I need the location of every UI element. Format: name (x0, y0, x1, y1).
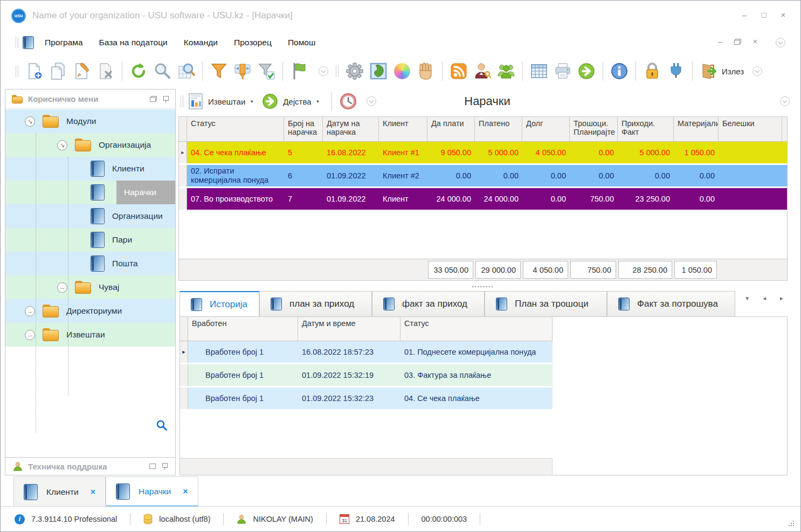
menu-help[interactable]: Помош (284, 34, 320, 51)
sidebar-pin-button[interactable] (162, 95, 169, 103)
window-tab-narachki[interactable]: Нарачки × (106, 476, 198, 507)
column-header[interactable]: Материјали (674, 117, 719, 141)
filter-icon[interactable] (208, 60, 230, 82)
map-icon[interactable] (368, 60, 389, 82)
tree-node-narachki[interactable]: Нарачки (5, 181, 175, 204)
color-scheme-icon[interactable] (391, 60, 413, 82)
column-header[interactable]: Статус (187, 117, 284, 141)
support-maximize-button[interactable] (149, 464, 156, 469)
refresh-icon[interactable] (128, 60, 149, 82)
go-next-icon[interactable] (576, 60, 597, 82)
header-options-button[interactable] (780, 96, 790, 106)
resize-grip-icon[interactable] (788, 520, 795, 527)
horizontal-splitter[interactable]: •••••••• (178, 282, 788, 291)
close-tab-icon[interactable]: × (183, 487, 188, 496)
flag-icon[interactable] (288, 60, 310, 82)
scheduler-clock-icon[interactable] (337, 91, 359, 112)
menu-window[interactable]: Прозорец (230, 34, 276, 51)
column-header[interactable]: Трошоци. Планирајте (570, 117, 618, 141)
menubar-drag-handle[interactable] (16, 37, 18, 49)
tree-node-organizacija[interactable]: ↘ Организација (5, 133, 175, 157)
order-row[interactable]: 07. Во производството 7 01.09.2022 Клиен… (179, 188, 787, 211)
column-header[interactable]: Платено (475, 117, 522, 141)
tree-node-poshta[interactable]: Пошта (5, 252, 175, 275)
filter-apply-icon[interactable] (256, 60, 277, 82)
expand-node-icon[interactable]: → (57, 282, 67, 293)
history-row[interactable]: Вработен број 1 01.09.2022 15:32:23 04. … (180, 388, 553, 411)
reports-dropdown-button[interactable]: Извештаи ▼ (188, 93, 254, 110)
tree-node-chuvaj[interactable]: → Чувај (5, 275, 175, 299)
info-icon[interactable] (609, 60, 630, 82)
tab-consumption-fact[interactable]: Факт за потрошува (607, 291, 735, 316)
tree-node-direktoriumi[interactable]: → Директориуми (5, 299, 175, 323)
tree-node-izveshtai[interactable]: → Извештаи (5, 323, 175, 347)
order-row[interactable]: ► 04. Се чека плаќање 5 16.08.2022 Клиен… (179, 142, 787, 165)
mdi-close-button[interactable]: × (753, 37, 757, 46)
users-group-icon[interactable] (495, 60, 517, 82)
menu-database[interactable]: База на податоци (95, 34, 172, 51)
expand-node-icon[interactable]: → (25, 306, 35, 316)
tab-list-dropdown-button[interactable]: ▼ (744, 295, 750, 301)
tree-search-icon[interactable] (156, 419, 168, 433)
tab-scroll-right-button[interactable]: ► (779, 295, 784, 301)
copy-record-icon[interactable] (47, 60, 69, 82)
tree-node-klienti[interactable]: Клиенти (5, 157, 175, 181)
support-panel[interactable]: Техничка поддршка (5, 457, 175, 475)
menu-commands[interactable]: Команди (179, 34, 222, 51)
column-header[interactable]: Статус (400, 317, 553, 341)
column-header[interactable]: Датум и време (298, 317, 400, 341)
close-tab-icon[interactable]: × (91, 487, 95, 497)
plugin-icon[interactable] (665, 60, 687, 82)
column-header[interactable]: Да плати (427, 117, 475, 141)
column-header[interactable]: Долг (522, 117, 570, 141)
delete-record-icon[interactable] (95, 60, 116, 82)
tree-node-pari[interactable]: Пари (5, 228, 175, 252)
column-header[interactable]: Број на нарачка (284, 117, 323, 141)
column-header[interactable]: Приходи. Факт (618, 117, 674, 141)
tab-income-plan[interactable]: план за приход (259, 291, 372, 316)
tree-node-moduli[interactable]: ↘ Модули (5, 109, 175, 133)
tab-scroll-left-button[interactable]: ◄ (762, 295, 767, 301)
edit-record-icon[interactable] (71, 60, 93, 82)
toolbar2-overflow-button[interactable] (752, 66, 762, 76)
lock-icon[interactable] (641, 60, 663, 82)
history-row[interactable]: ► Вработен број 1 16.08.2022 18:57:23 01… (180, 341, 553, 364)
hand-icon[interactable] (415, 60, 437, 82)
print-icon[interactable] (552, 60, 574, 82)
column-header[interactable]: Клиент (379, 117, 427, 141)
sidebar-float-button[interactable] (150, 96, 157, 102)
tab-history[interactable]: Историја (179, 291, 259, 316)
window-tab-klienti[interactable]: Клиенти × (13, 476, 106, 507)
actions-dropdown-button[interactable]: Дејства ▼ (261, 93, 320, 110)
history-row[interactable]: Вработен број 1 01.09.2022 15:32:19 03. … (180, 364, 553, 388)
menubar-options-button[interactable] (776, 38, 785, 47)
tab-costs-plan[interactable]: План за трошоци (485, 291, 607, 316)
add-record-icon[interactable] (24, 60, 45, 82)
search-icon[interactable] (151, 60, 173, 82)
tab-income-fact[interactable]: факт за приход (372, 291, 485, 316)
settings-gear-icon[interactable] (344, 60, 365, 82)
close-button[interactable]: × (778, 10, 789, 19)
minimize-button[interactable]: – (739, 10, 750, 19)
mdi-minimize-button[interactable]: – (718, 37, 722, 46)
column-header[interactable]: Датум на нарачка (323, 117, 379, 141)
rss-icon[interactable] (448, 60, 469, 82)
filter-columns-icon[interactable] (232, 60, 253, 82)
menu-program[interactable]: Програма (40, 34, 87, 51)
expand-node-icon[interactable]: → (25, 330, 35, 340)
search-table-icon[interactable] (175, 60, 197, 82)
toolbar-drag-handle[interactable] (16, 65, 18, 77)
exit-label[interactable]: Излез (722, 67, 744, 76)
table-icon[interactable] (528, 60, 550, 82)
exit-icon[interactable] (698, 60, 720, 82)
column-header[interactable]: Белешки (719, 117, 782, 141)
order-row[interactable]: 02. Испрати комерцијална понуда 6 01.09.… (179, 165, 787, 188)
collapse-node-icon[interactable]: ↘ (25, 116, 35, 127)
user-permissions-icon[interactable] (472, 60, 493, 82)
mdi-restore-button[interactable] (734, 39, 741, 45)
orders-toolbar-overflow-button[interactable] (367, 96, 376, 106)
selected-tree-item[interactable]: Нарачки (116, 181, 175, 204)
toolbar-overflow-button[interactable] (319, 66, 328, 76)
tree-node-organizacii[interactable]: Организации (5, 204, 175, 228)
maximize-button[interactable]: □ (758, 10, 769, 19)
